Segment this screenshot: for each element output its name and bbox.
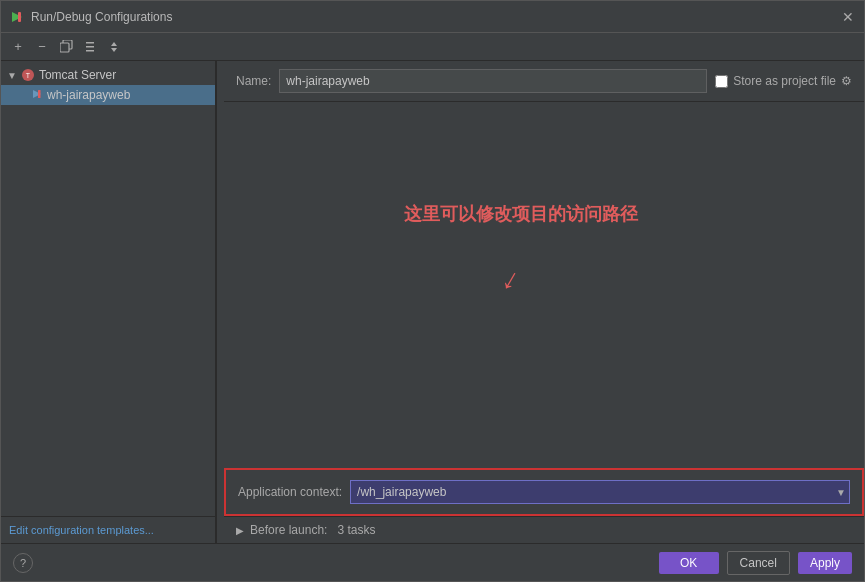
sort-config-button[interactable] bbox=[103, 36, 125, 58]
copy-config-button[interactable] bbox=[55, 36, 77, 58]
config-child-icon bbox=[31, 88, 43, 102]
remove-config-button[interactable]: − bbox=[31, 36, 53, 58]
tomcat-server-label: Tomcat Server bbox=[39, 68, 116, 82]
store-gear-icon[interactable]: ⚙ bbox=[841, 74, 852, 88]
before-launch-label: Before launch: 3 tasks bbox=[250, 523, 375, 537]
before-launch-word: Before launch: bbox=[250, 523, 327, 537]
svg-rect-4 bbox=[86, 42, 94, 44]
title-bar: Run/Debug Configurations ✕ bbox=[1, 1, 864, 33]
name-input[interactable] bbox=[279, 69, 707, 93]
action-bar: ? OK Cancel Apply bbox=[1, 543, 864, 581]
ok-button[interactable]: OK bbox=[659, 552, 719, 574]
config-tree: ▼ T Tomcat Server bbox=[1, 61, 215, 516]
svg-marker-7 bbox=[111, 42, 117, 46]
svg-rect-12 bbox=[38, 90, 41, 98]
tomcat-group: ▼ T Tomcat Server bbox=[1, 65, 215, 105]
config-child-item[interactable]: wh-jairapayweb bbox=[1, 85, 215, 105]
annotation-text: 这里可以修改项目的访问路径 bbox=[404, 202, 638, 226]
before-launch-text: Before launch: bbox=[250, 523, 331, 537]
title-bar-text: Run/Debug Configurations bbox=[31, 10, 840, 24]
sidebar-scrollbar bbox=[216, 61, 224, 543]
config-name-row: Name: Store as project file ⚙ bbox=[224, 61, 864, 102]
window-icon bbox=[9, 9, 25, 25]
svg-rect-6 bbox=[86, 50, 94, 52]
before-launch-section: ▶ Before launch: 3 tasks bbox=[224, 516, 864, 543]
before-launch-tasks: 3 tasks bbox=[337, 523, 375, 537]
sidebar-footer: Edit configuration templates... bbox=[1, 516, 215, 543]
annotation-arrow: ↓ bbox=[497, 261, 527, 298]
svg-text:T: T bbox=[26, 72, 31, 79]
add-config-button[interactable]: + bbox=[7, 36, 29, 58]
main-area: ▼ T Tomcat Server bbox=[1, 61, 864, 543]
svg-rect-5 bbox=[86, 46, 94, 48]
edit-templates-link[interactable]: Edit configuration templates... bbox=[9, 524, 154, 536]
app-context-section: Application context: /wh_jairapayweb / /… bbox=[224, 468, 864, 516]
before-launch-expand[interactable]: ▶ bbox=[236, 525, 244, 536]
store-project-label: Store as project file ⚙ bbox=[715, 74, 852, 88]
tomcat-server-item[interactable]: ▼ T Tomcat Server bbox=[1, 65, 215, 85]
close-button[interactable]: ✕ bbox=[840, 9, 856, 25]
store-project-checkbox[interactable] bbox=[715, 75, 728, 88]
tomcat-icon: T bbox=[21, 68, 35, 82]
svg-rect-3 bbox=[60, 43, 69, 52]
toolbar: + − bbox=[1, 33, 864, 61]
name-label: Name: bbox=[236, 74, 271, 88]
app-context-label: Application context: bbox=[238, 485, 342, 499]
svg-marker-8 bbox=[111, 48, 117, 52]
store-project-text: Store as project file bbox=[733, 74, 836, 88]
config-panel: Name: Store as project file ⚙ 这里可以修改项目的访… bbox=[224, 61, 864, 543]
config-body: 这里可以修改项目的访问路径 ↓ Application context: /wh… bbox=[224, 102, 864, 516]
sidebar: ▼ T Tomcat Server bbox=[1, 61, 216, 543]
app-context-row: Application context: /wh_jairapayweb / /… bbox=[238, 480, 850, 504]
move-config-button[interactable] bbox=[79, 36, 101, 58]
apply-button[interactable]: Apply bbox=[798, 552, 852, 574]
help-button[interactable]: ? bbox=[13, 553, 33, 573]
tree-expand-arrow: ▼ bbox=[7, 70, 17, 81]
svg-rect-1 bbox=[18, 12, 21, 22]
app-context-select[interactable]: /wh_jairapayweb / /wh-jairapayweb bbox=[350, 480, 850, 504]
run-debug-config-window: Run/Debug Configurations ✕ + − bbox=[0, 0, 865, 582]
app-context-dropdown-wrapper: /wh_jairapayweb / /wh-jairapayweb ▼ bbox=[350, 480, 850, 504]
config-child-label: wh-jairapayweb bbox=[47, 88, 130, 102]
cancel-button[interactable]: Cancel bbox=[727, 551, 790, 575]
